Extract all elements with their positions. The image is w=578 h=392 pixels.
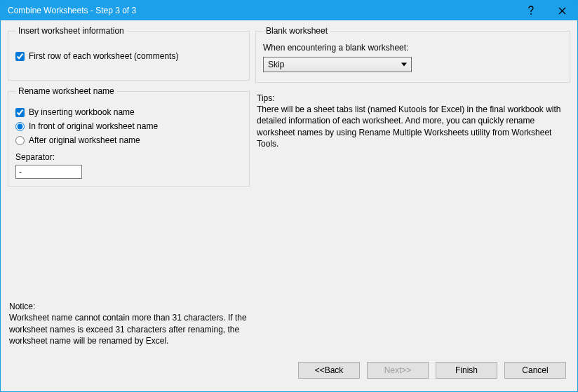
- notice-body: Worksheet name cannot contain more than …: [9, 312, 248, 346]
- rename-legend: Rename worksheet name: [15, 86, 117, 96]
- insert-worksheet-info-group: Insert worksheet information First row o…: [8, 26, 250, 81]
- help-button[interactable]: [516, 1, 546, 20]
- in-front-label: In front of original worksheet name: [29, 121, 158, 131]
- blank-action-selected: Skip: [268, 60, 284, 69]
- notice-block: Notice: Worksheet name cannot contain mo…: [8, 295, 250, 356]
- cancel-button[interactable]: Cancel: [504, 362, 566, 379]
- insert-legend: Insert worksheet information: [15, 26, 127, 36]
- separator-input[interactable]: [15, 165, 82, 179]
- tips-title: Tips:: [257, 93, 567, 104]
- in-front-radio[interactable]: [15, 122, 25, 131]
- button-bar: <<Back Next>> Finish Cancel: [1, 356, 577, 391]
- dialog-body: Insert worksheet information First row o…: [1, 20, 577, 356]
- back-button[interactable]: <<Back: [298, 362, 360, 379]
- next-button[interactable]: Next>>: [367, 362, 429, 379]
- rename-worksheet-group: Rename worksheet name By inserting workb…: [8, 86, 250, 187]
- titlebar: Combine Worksheets - Step 3 of 3: [1, 1, 577, 20]
- right-column: Blank worksheet When encountering a blan…: [255, 26, 570, 356]
- close-button[interactable]: [546, 1, 577, 20]
- left-column: Insert worksheet information First row o…: [8, 26, 250, 356]
- after-label: After original worksheet name: [29, 135, 140, 145]
- separator-label: Separator:: [15, 152, 242, 162]
- notice-title: Notice:: [9, 301, 248, 312]
- close-icon: [558, 7, 566, 15]
- first-row-checkbox[interactable]: [15, 52, 25, 61]
- by-inserting-checkbox[interactable]: [15, 108, 25, 117]
- by-inserting-label: By inserting workbook name: [29, 107, 135, 117]
- blank-worksheet-group: Blank worksheet When encountering a blan…: [255, 26, 570, 83]
- svg-point-0: [530, 13, 532, 15]
- blank-label: When encountering a blank worksheet:: [263, 43, 563, 53]
- blank-action-select[interactable]: Skip: [263, 57, 412, 72]
- tips-body: There will be a sheet tabs list (named K…: [257, 104, 567, 149]
- dialog-window: Combine Worksheets - Step 3 of 3 Insert …: [0, 0, 578, 392]
- after-radio[interactable]: [15, 136, 25, 145]
- first-row-label: First row of each worksheet (comments): [29, 51, 178, 61]
- help-icon: [527, 6, 535, 15]
- finish-button[interactable]: Finish: [436, 362, 497, 379]
- tips-block: Tips: There will be a sheet tabs list (n…: [255, 88, 570, 149]
- window-title: Combine Worksheets - Step 3 of 3: [8, 6, 516, 15]
- blank-legend: Blank worksheet: [263, 26, 330, 36]
